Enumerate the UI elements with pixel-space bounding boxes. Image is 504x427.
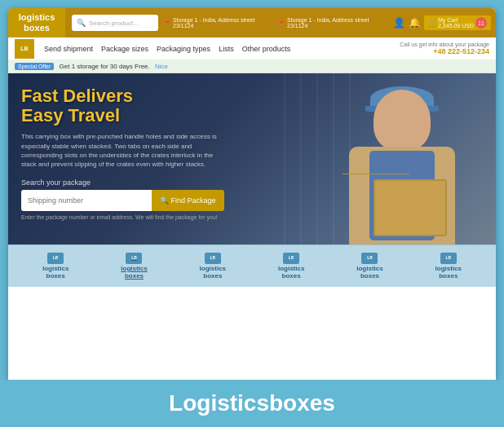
brand-logo-icon-1: LB [47,253,64,264]
phone-number: +48 222-512-234 [400,47,489,55]
brand-logo-icon-2: LB [126,253,142,264]
cart-icon: 🛒 [428,20,436,27]
brand-logo-icon-3: LB [205,253,221,264]
brand-logo-icon-4: LB [283,253,299,264]
bell-icon[interactable]: 🔔 [409,17,421,29]
hero-section: Fast Delivers Easy Travel This carrying … [8,73,496,244]
search-icon: 🔍 [77,19,86,27]
shipping-number-input[interactable] [21,190,152,211]
cart-info: My Cart 2,345.09 USD [438,17,474,29]
brand-logo-icon-5: LB [361,253,378,264]
search-hint: Enter the package number or email addres… [21,214,224,220]
nav-center: 🔍 Search product... 📍 Storage 1 - India,… [65,8,393,37]
nav-send-shipment[interactable]: Send shipment [44,45,93,53]
promo-cta[interactable]: Nice [155,63,168,70]
secondary-navigation: LB Send shipment Package sizes Packaging… [8,37,496,60]
brand-logo-icon-6: LB [440,253,457,264]
brand-item-1[interactable]: LB logistics boxes [42,253,69,280]
location-icon: 📍 [163,20,171,27]
search-package-row: 🔍 Find Package [21,190,224,211]
cart-count: 11 [475,17,487,29]
bottom-label: Logisticsboxes [0,380,504,427]
logo-area[interactable]: logisticsboxes [8,8,65,37]
nav-packaging-types[interactable]: Packaging types [157,45,210,53]
brand-item-3[interactable]: LB logistics boxes [200,253,226,280]
brand-item-5[interactable]: LB logistics boxes [356,253,382,280]
nav-other-products[interactable]: Other products [242,45,291,53]
promo-badge: Special Offer [15,63,54,70]
hero-description: This carrying box with pre-punched handl… [21,132,217,169]
user-icon[interactable]: 👤 [393,17,405,29]
promo-text: Get 1 storage for 30 days Free. [60,63,150,70]
hero-title: Fast Delivers Easy Travel [21,86,224,125]
package-search: Search your package 🔍 Find Package Enter… [21,178,224,220]
browser-window: logisticsboxes 🔍 Search product... 📍 Sto… [8,8,496,380]
brand-item-4[interactable]: LB logistics boxes [278,253,304,280]
person-holding-box [374,179,447,236]
location-icon-2: 📍 [277,20,285,27]
page-frame: logisticsboxes 🔍 Search product... 📍 Sto… [0,0,504,427]
bottom-label-text: Logisticsboxes [169,390,335,416]
brand-item-6[interactable]: LB logistics boxes [435,253,462,280]
top-navigation: logisticsboxes 🔍 Search product... 📍 Sto… [8,8,496,37]
promo-banner: Special Offer Get 1 storage for 30 days … [8,60,496,73]
logo-text: logisticsboxes [19,12,55,33]
nav-lists[interactable]: Lists [219,45,234,53]
nav-icons: 👤 🔔 🛒 My Cart 2,345.09 USD 11 [393,8,496,37]
hero-content: Fast Delivers Easy Travel This carrying … [21,86,224,227]
cart-button[interactable]: 🛒 My Cart 2,345.09 USD 11 [424,15,491,30]
nav-menu: Send shipment Package sizes Packaging ty… [44,45,390,53]
phone-info: Call us get info about your package +48 … [400,42,489,55]
secondary-logo[interactable]: LB [15,39,34,59]
person-head [374,90,431,151]
find-package-button[interactable]: 🔍 Find Package [152,190,224,211]
brand-item-2[interactable]: LB logistics boxes [121,253,147,280]
nav-location-2: 📍 Storage 1 - India, Address street 23/1… [277,17,387,29]
box-detail [343,174,409,222]
brands-strip: LB logistics boxes LB logistics boxes LB… [8,244,496,287]
nav-location-1: 📍 Storage 1 - India, Address street 23/1… [163,17,272,29]
nav-package-sizes[interactable]: Package sizes [101,45,148,53]
search-package-label: Search your package [21,178,224,187]
hero-person-image [316,73,480,244]
search-bar[interactable]: 🔍 Search product... [72,15,158,31]
